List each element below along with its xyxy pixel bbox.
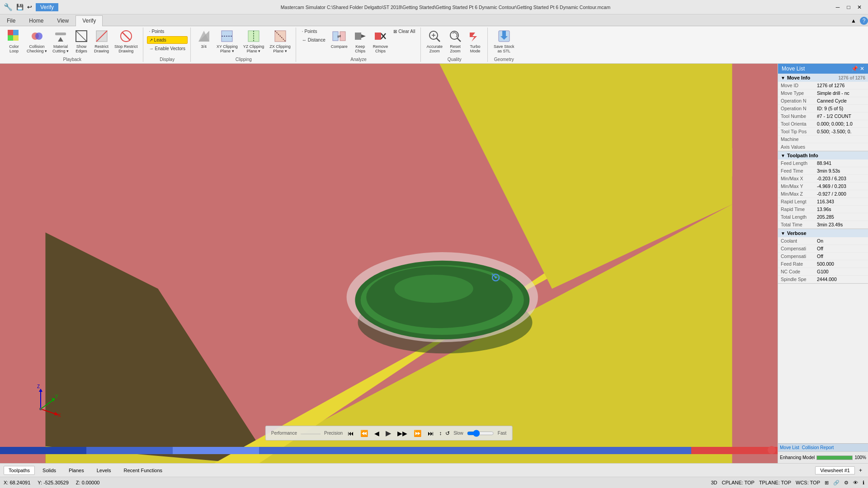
cplane-indicator: CPLANE: TOP xyxy=(722,480,755,485)
material-cutting-button[interactable]: MaterialCutting ▾ xyxy=(50,28,71,55)
reset-zoom-button[interactable]: ResetZoom xyxy=(446,28,465,55)
svg-text:Z: Z xyxy=(37,384,40,389)
restore-button[interactable]: □ xyxy=(844,3,854,12)
playback-group-label: Playback xyxy=(5,57,140,62)
tab-planes[interactable]: Planes xyxy=(64,466,89,475)
close-button[interactable]: ✕ xyxy=(854,3,864,12)
panel-scrollable[interactable]: ▼ Move Info 1276 of 1276 Move ID 1276 of… xyxy=(778,74,868,443)
frame-back-button[interactable]: ◀ xyxy=(373,429,381,437)
zx-clipping-icon xyxy=(273,29,288,43)
ribbon-group-clipping: 3/4 XY ClippingPlane ▾ xyxy=(192,28,296,62)
svg-marker-26 xyxy=(361,34,366,38)
minimize-button[interactable]: ─ xyxy=(833,3,843,12)
collision-checking-button[interactable]: CollisionChecking ▾ xyxy=(24,28,49,55)
tab-view[interactable]: View xyxy=(50,15,75,26)
viewport[interactable]: Z X Y Performance ———— Precision ⏮ ⏪ ◀ xyxy=(0,64,778,463)
rapid-time-row: Rapid Time 13.96s xyxy=(778,206,868,213)
collision-checking-icon xyxy=(30,29,44,43)
save-stock-button[interactable]: Save Stockas STL xyxy=(491,28,517,55)
points-button[interactable]: · Points xyxy=(147,28,188,35)
tab-verify[interactable]: Verify xyxy=(75,15,103,26)
tab-levels[interactable]: Levels xyxy=(92,466,116,475)
color-bar-blue3 xyxy=(173,447,259,454)
accurate-zoom-button[interactable]: AccurateZoom xyxy=(425,28,445,55)
move-info-header[interactable]: ▼ Move Info 1276 of 1276 xyxy=(778,74,868,82)
stop-restrict-drawing-button[interactable]: Stop RestrictDrawing xyxy=(112,28,140,55)
z-coord: Z: 0.00000 xyxy=(76,480,100,485)
restrict-drawing-button[interactable]: RestrictDrawing xyxy=(92,28,111,55)
color-loop-button[interactable]: ColorLoop xyxy=(5,28,24,55)
settings-icon[interactable]: ⚙ xyxy=(844,480,849,486)
three-four-button[interactable]: 3/4 xyxy=(194,28,213,50)
help-btn[interactable]: ? xyxy=(860,17,868,25)
quick-access-save[interactable]: 💾 xyxy=(16,4,24,10)
step-back-button[interactable]: ⏪ xyxy=(359,429,369,437)
bottom-toolbar: Toolpaths Solids Planes Levels Recent Fu… xyxy=(0,463,868,477)
collision-report-link[interactable]: Collision Report xyxy=(802,445,834,450)
tab-recent-functions[interactable]: Recent Functions xyxy=(119,466,168,475)
show-edges-button[interactable]: ShowEdges xyxy=(72,28,91,55)
toolpath-info-header[interactable]: ▼ Toolpath Info xyxy=(778,151,868,160)
rotate-icon: ↕ xyxy=(439,430,442,436)
panel-close-icon[interactable]: ✕ xyxy=(860,66,864,72)
playback-buttons: ColorLoop CollisionChecking ▾ xyxy=(5,28,140,57)
coolant-row: Coolant On xyxy=(778,237,868,245)
svg-marker-7 xyxy=(58,37,63,42)
svg-line-31 xyxy=(436,38,440,42)
keep-chips-button[interactable]: KeepChips xyxy=(351,28,370,55)
compensation2-row: Compensati Off xyxy=(778,253,868,260)
svg-line-59 xyxy=(41,400,53,409)
play-button[interactable]: ▶ xyxy=(384,428,392,438)
tab-toolpaths[interactable]: Toolpaths xyxy=(4,466,35,475)
step-forward-button[interactable]: ⏩ xyxy=(412,429,423,437)
compare-icon: ⇌ xyxy=(332,29,346,43)
enable-vectors-button[interactable]: → Enable Vectors xyxy=(147,45,188,52)
toolpath-info-section: ▼ Toolpath Info Feed Length 88.941 Feed … xyxy=(778,151,868,229)
display-group-label: Display xyxy=(147,57,188,62)
verbose-toggle: ▼ xyxy=(781,231,785,236)
progress-percent: 100% xyxy=(854,455,866,460)
spindle-speed-row: Spindle Spe 2444.000 xyxy=(778,276,868,283)
turbo-mode-button[interactable]: TurboMode xyxy=(466,28,485,55)
geometry-buttons: Save Stockas STL xyxy=(491,28,517,57)
viewsheet-tab[interactable]: Viewsheet #1 xyxy=(815,466,855,474)
leads-button[interactable]: ↗ Leads xyxy=(147,36,188,44)
collapse-ribbon-btn[interactable]: ▲ xyxy=(849,17,858,25)
clear-all-button[interactable]: ⊠ Clear All xyxy=(391,28,417,35)
move-count: 1276 of 1276 xyxy=(839,75,866,80)
skip-to-end-button[interactable]: ⏭ xyxy=(426,429,435,437)
grid-icon[interactable]: ⊞ xyxy=(825,480,829,486)
verbose-header[interactable]: ▼ Verbose xyxy=(778,229,868,237)
tab-solids[interactable]: Solids xyxy=(38,466,61,475)
view-icon[interactable]: 👁 xyxy=(853,480,858,485)
compare-button[interactable]: ⇌ Compare xyxy=(329,28,350,50)
points-analyze-button[interactable]: · Points xyxy=(300,28,328,35)
tab-file[interactable]: File xyxy=(0,15,22,26)
xy-clipping-icon xyxy=(220,29,234,43)
distance-button[interactable]: ↔ Distance xyxy=(300,36,328,44)
skip-to-start-button[interactable]: ⏮ xyxy=(346,429,355,437)
speed-slider[interactable] xyxy=(467,430,494,437)
y-coord: Y: -525.30529 xyxy=(38,480,69,485)
accurate-zoom-icon xyxy=(427,29,442,43)
move-info-toggle: ▼ xyxy=(781,75,785,80)
svg-rect-6 xyxy=(55,33,66,35)
yz-clipping-button[interactable]: YZ ClippingPlane ▾ xyxy=(241,28,267,55)
move-list-title: Move List xyxy=(782,66,805,72)
progress-bar-container xyxy=(816,455,853,460)
zx-clipping-button[interactable]: ZX ClippingPlane ▾ xyxy=(267,28,293,55)
remove-chips-button[interactable]: RemoveChips xyxy=(371,28,391,55)
svg-marker-36 xyxy=(470,33,477,42)
xy-clipping-button[interactable]: XY ClippingPlane ▾ xyxy=(214,28,240,55)
snap-icon[interactable]: 🔗 xyxy=(833,480,840,486)
pin-icon[interactable]: 📌 xyxy=(851,66,858,72)
quality-group-label: Quality xyxy=(425,57,485,62)
move-info-section: ▼ Move Info 1276 of 1276 Move ID 1276 of… xyxy=(778,74,868,151)
axis-values-row: Axis Values xyxy=(778,143,868,151)
move-list-link[interactable]: Move List xyxy=(780,445,799,450)
quick-access-undo[interactable]: ↩ xyxy=(27,4,32,10)
tab-home[interactable]: Home xyxy=(22,15,50,26)
fast-forward-button[interactable]: ▶▶ xyxy=(396,429,409,437)
enable-vectors-icon: → xyxy=(149,46,154,51)
add-viewsheet-button[interactable]: + xyxy=(857,466,864,474)
